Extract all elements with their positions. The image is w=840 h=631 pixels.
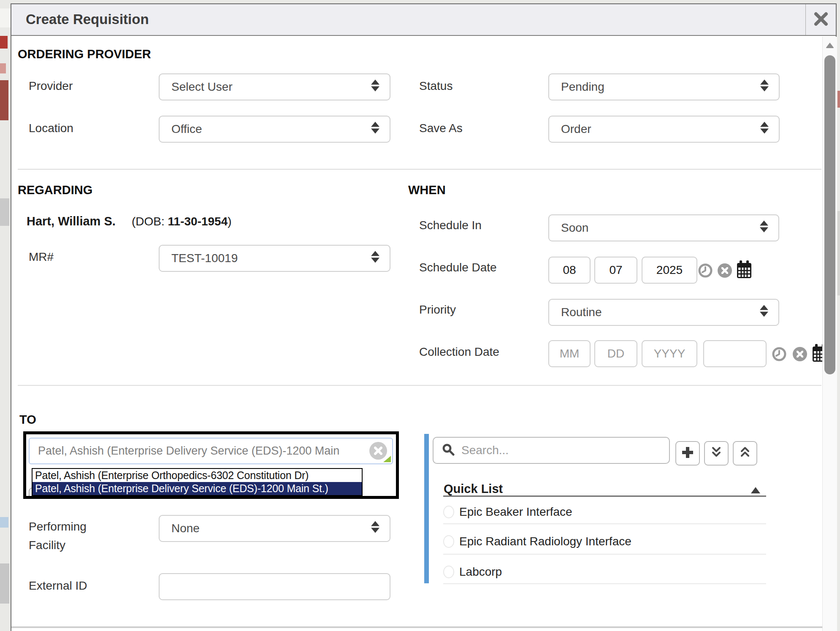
- select-arrows-icon: [759, 121, 770, 138]
- collection-time-input[interactable]: [703, 340, 767, 367]
- resize-handle-icon[interactable]: [383, 456, 391, 462]
- schedule-date-label: Schedule Date: [419, 261, 497, 274]
- background-fragment: [0, 36, 8, 49]
- dropdown-option[interactable]: Patel, Ashish (Enterprise Orthopedics-63…: [33, 469, 362, 482]
- patient-dob: (DOB: 11-30-1954): [132, 215, 232, 228]
- dialog-title: Create Requisition: [26, 11, 149, 27]
- quick-list-item-label: Epic Radiant Radiology Interface: [459, 535, 631, 548]
- select-arrows-icon: [370, 520, 380, 537]
- dialog-header: Create Requisition: [11, 4, 836, 36]
- collection-calendar-icon[interactable]: [812, 344, 822, 363]
- save-as-select-value: Order: [561, 122, 591, 136]
- quick-list-header: Quick List: [444, 482, 503, 496]
- dob-prefix: (DOB:: [132, 215, 168, 228]
- radio-circle-icon: [443, 535, 454, 548]
- background-fragment: [0, 63, 6, 73]
- quick-list-item[interactable]: Epic Radiant Radiology Interface: [443, 531, 766, 552]
- scrollbar-thumb[interactable]: [824, 55, 835, 374]
- mr-select-value: TEST-10019: [171, 252, 238, 265]
- screen: Create Requisition ORDERING PROVIDER Pro…: [0, 0, 840, 631]
- background-fragment: [0, 198, 9, 226]
- double-chevron-down-icon: [710, 447, 723, 460]
- performing-facility-select[interactable]: None: [159, 515, 390, 542]
- quick-list-item[interactable]: Labcorp: [443, 561, 766, 582]
- background-fragment: [0, 8, 11, 27]
- scrollbar-track[interactable]: [822, 37, 837, 631]
- create-requisition-dialog: Create Requisition ORDERING PROVIDER Pro…: [11, 3, 837, 631]
- performing-facility-label-line1: Performing: [29, 520, 87, 534]
- collapse-all-button[interactable]: [733, 441, 757, 466]
- radio-circle-icon: [443, 506, 454, 518]
- dropdown-option-selected[interactable]: Patel, Ashish (Enterprise Delivery Servi…: [33, 482, 362, 495]
- location-select[interactable]: Office: [159, 116, 390, 143]
- performing-facility-label-line2: Facility: [29, 539, 65, 552]
- provider-label: Provider: [29, 79, 73, 93]
- close-button[interactable]: [806, 4, 836, 35]
- close-icon: [813, 11, 829, 29]
- schedule-in-select[interactable]: Soon: [548, 214, 779, 241]
- mr-select[interactable]: TEST-10019: [159, 245, 390, 272]
- background-fragment: [0, 563, 9, 604]
- to-search-input-wrap: [29, 438, 393, 464]
- schedule-day-input[interactable]: [594, 257, 637, 284]
- background-fragment: [0, 517, 8, 528]
- to-autocomplete-dropdown: Patel, Ashish (Enterprise Orthopedics-63…: [32, 468, 363, 496]
- collection-date-clear-icon[interactable]: [793, 347, 807, 361]
- schedule-date-clear-icon[interactable]: [718, 263, 732, 278]
- section-when: WHEN: [408, 183, 446, 197]
- collection-year-input[interactable]: [642, 340, 697, 367]
- schedule-calendar-icon[interactable]: [736, 260, 752, 281]
- priority-select[interactable]: Routine: [548, 299, 779, 326]
- background-fragment: [837, 211, 840, 295]
- performing-facility-select-value: None: [171, 522, 200, 535]
- select-arrows-icon: [370, 79, 380, 95]
- list-separator: [443, 554, 766, 555]
- select-arrows-icon: [370, 121, 380, 138]
- collection-time-clock-icon[interactable]: [772, 347, 786, 361]
- to-recipient-highlight-box: Patel, Ashish (Enterprise Orthopedics-63…: [23, 431, 399, 499]
- quick-list-item-label: Epic Beaker Interface: [459, 505, 572, 519]
- external-id-label: External ID: [29, 579, 87, 593]
- schedule-in-select-value: Soon: [561, 221, 588, 235]
- list-separator: [443, 523, 766, 524]
- provider-select[interactable]: Select User: [159, 73, 390, 100]
- background-fragment: [0, 80, 8, 120]
- collection-date-label: Collection Date: [419, 345, 499, 359]
- priority-label: Priority: [419, 303, 456, 317]
- expand-all-button[interactable]: [704, 441, 729, 466]
- scrollbar-up-icon[interactable]: [826, 43, 834, 48]
- dob-value: 11-30-1954: [168, 215, 228, 228]
- select-arrows-icon: [759, 79, 770, 95]
- select-arrows-icon: [370, 250, 380, 267]
- section-divider: [18, 385, 821, 386]
- directory-search-input[interactable]: [461, 443, 648, 458]
- directory-search-wrap: [433, 437, 670, 464]
- background-fragment: [837, 91, 840, 108]
- schedule-year-input[interactable]: [642, 257, 697, 284]
- location-select-value: Office: [171, 122, 202, 136]
- save-as-label: Save As: [419, 122, 463, 135]
- footer-divider: [11, 626, 822, 628]
- collapse-caret-icon[interactable]: [751, 487, 760, 493]
- save-as-select[interactable]: Order: [548, 116, 780, 143]
- list-separator: [443, 583, 766, 584]
- external-id-input[interactable]: [159, 573, 390, 600]
- quick-list-item-label: Labcorp: [459, 565, 502, 579]
- schedule-month-input[interactable]: [548, 257, 591, 284]
- add-recipient-button[interactable]: [675, 441, 700, 466]
- plus-icon: [681, 446, 694, 461]
- mr-label: MR#: [29, 250, 54, 264]
- collection-day-input[interactable]: [594, 340, 637, 367]
- section-divider: [18, 169, 821, 170]
- to-search-input[interactable]: [30, 439, 371, 463]
- status-select[interactable]: Pending: [548, 73, 780, 100]
- search-icon: [442, 443, 455, 458]
- provider-select-value: Select User: [171, 80, 233, 94]
- schedule-time-clock-icon[interactable]: [698, 263, 713, 278]
- quick-list-item[interactable]: Epic Beaker Interface: [443, 501, 766, 523]
- status-label: Status: [419, 79, 453, 93]
- location-label: Location: [29, 122, 73, 135]
- panel-accent-bar: [424, 434, 429, 583]
- collection-month-input[interactable]: [548, 340, 591, 367]
- dob-suffix: ): [228, 215, 231, 228]
